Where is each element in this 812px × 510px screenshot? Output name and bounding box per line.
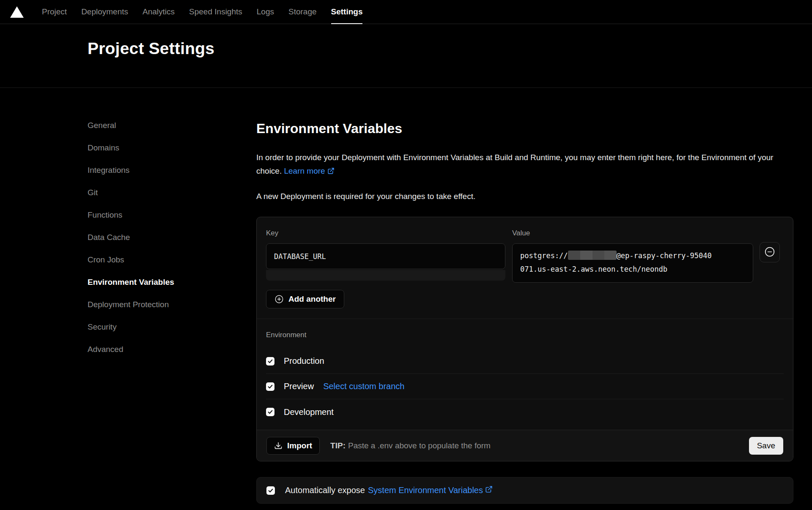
vercel-triangle-icon — [10, 6, 24, 18]
key-input-shadow — [266, 270, 505, 281]
env-row-development: Development — [266, 399, 784, 425]
section-title: Environment Variables — [256, 121, 793, 136]
production-checkbox[interactable] — [266, 357, 274, 365]
sidebar-item-data-cache[interactable]: Data Cache — [88, 233, 256, 242]
learn-more-link[interactable]: Learn more — [284, 166, 325, 175]
sidebar-item-environment-variables[interactable]: Environment Variables — [88, 278, 256, 287]
plus-circle-icon — [274, 295, 284, 304]
import-button[interactable]: Import — [266, 437, 320, 455]
env-var-form: Key Value postgres://@ep-raspy-cherry-95… — [257, 217, 793, 308]
development-checkbox[interactable] — [266, 408, 274, 416]
value-line-2: 071.us-east-2.aws.neon.tech/neondb — [520, 262, 745, 276]
nav-tab-logs[interactable]: Logs — [250, 0, 281, 24]
external-link-icon — [485, 485, 493, 495]
tip-body: Paste a .env above to populate the form — [348, 441, 491, 450]
preview-checkbox[interactable] — [266, 382, 274, 391]
env-row-production: Production — [266, 349, 784, 374]
value-label: Value — [512, 229, 753, 237]
env-vars-card: Key Value postgres://@ep-raspy-cherry-95… — [256, 217, 793, 461]
page-header: Project Settings — [0, 24, 812, 88]
sidebar-item-domains[interactable]: Domains — [88, 143, 256, 153]
sidebar-item-functions[interactable]: Functions — [88, 210, 256, 220]
expose-system-env-card: Automatically expose System Environment … — [256, 477, 793, 504]
sidebar-item-advanced[interactable]: Advanced — [88, 345, 256, 354]
external-link-icon — [327, 165, 335, 179]
sidebar-item-deployment-protection[interactable]: Deployment Protection — [88, 300, 256, 309]
nav-tab-project[interactable]: Project — [35, 0, 74, 24]
nav-tab-analytics[interactable]: Analytics — [135, 0, 182, 24]
settings-sidebar: General Domains Integrations Git Functio… — [88, 121, 256, 504]
production-label: Production — [284, 356, 324, 366]
tip-text: TIP:Paste a .env above to populate the f… — [330, 441, 491, 450]
preview-label: Preview — [284, 382, 314, 391]
key-label: Key — [266, 229, 505, 237]
value-input[interactable]: postgres://@ep-raspy-cherry-95040 071.us… — [512, 243, 753, 283]
deployment-note: A new Deployment is required for your ch… — [256, 192, 793, 201]
environment-section: Environment Production Preview Select cu… — [257, 319, 793, 427]
environment-variables-panel: Environment Variables In order to provid… — [256, 121, 793, 504]
env-row-preview: Preview Select custom branch — [266, 374, 784, 399]
minus-circle-icon — [764, 246, 775, 259]
tip-bold: TIP: — [330, 441, 346, 450]
import-label: Import — [287, 441, 312, 450]
nav-tab-speed-insights[interactable]: Speed Insights — [182, 0, 250, 24]
sidebar-item-general[interactable]: General — [88, 121, 256, 130]
content-area: General Domains Integrations Git Functio… — [0, 88, 812, 504]
nav-tab-settings[interactable]: Settings — [324, 0, 370, 24]
add-another-button[interactable]: Add another — [266, 290, 344, 308]
nav-tab-storage[interactable]: Storage — [281, 0, 324, 24]
select-custom-branch-link[interactable]: Select custom branch — [323, 382, 404, 391]
remove-row-button[interactable] — [760, 242, 780, 262]
sidebar-item-git[interactable]: Git — [88, 188, 256, 197]
sidebar-item-integrations[interactable]: Integrations — [88, 166, 256, 175]
card-footer: Import TIP:Paste a .env above to populat… — [257, 430, 793, 461]
development-label: Development — [284, 407, 334, 417]
value-line-1: postgres://@ep-raspy-cherry-95040 — [520, 249, 745, 262]
environment-label: Environment — [266, 331, 784, 339]
system-env-vars-link[interactable]: System Environment Variables — [368, 485, 483, 495]
expose-checkbox[interactable] — [266, 486, 275, 495]
key-input[interactable] — [266, 243, 505, 269]
section-description: In order to provide your Deployment with… — [256, 151, 793, 179]
page-title: Project Settings — [88, 39, 812, 58]
top-navigation: Project Deployments Analytics Speed Insi… — [0, 0, 812, 24]
vercel-logo[interactable] — [10, 0, 24, 24]
expose-text: Automatically expose — [285, 485, 365, 495]
save-button[interactable]: Save — [749, 437, 783, 455]
download-icon — [274, 442, 283, 450]
redacted-credentials — [568, 251, 617, 260]
add-another-label: Add another — [288, 295, 336, 304]
sidebar-item-security[interactable]: Security — [88, 322, 256, 332]
sidebar-item-cron-jobs[interactable]: Cron Jobs — [88, 255, 256, 265]
nav-tab-deployments[interactable]: Deployments — [74, 0, 135, 24]
